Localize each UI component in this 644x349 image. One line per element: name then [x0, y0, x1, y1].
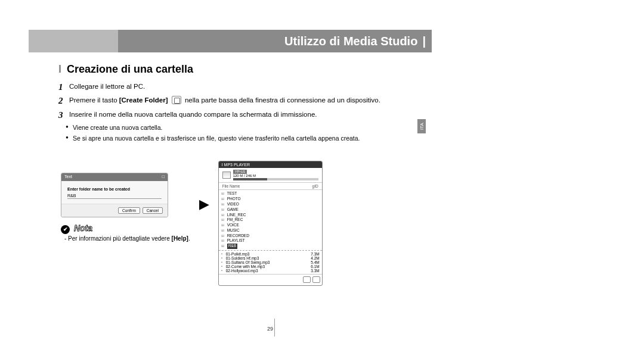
- header-divider: |: [422, 35, 426, 48]
- column-headers: File Name gID: [219, 182, 322, 190]
- device-icon: [222, 172, 231, 179]
- header-left-block: [29, 30, 118, 52]
- step-2-pre: Premere il tasto: [69, 96, 119, 104]
- tree-node[interactable]: GAME: [221, 207, 320, 213]
- note-check-icon: ✔: [61, 225, 70, 234]
- create-folder-dialog: Text □ Enter folder name to be created C…: [61, 173, 168, 217]
- tree-node[interactable]: PLAYLIST: [221, 238, 320, 244]
- header-title: Utilizzo di Media Studio |: [118, 30, 434, 52]
- dialog-title: Text: [64, 174, 72, 180]
- step-2-bold: [Create Folder]: [119, 96, 168, 104]
- folder-name-input[interactable]: [67, 193, 162, 199]
- tree-node[interactable]: RECORDED: [221, 233, 320, 239]
- confirm-button[interactable]: Confirm: [118, 207, 140, 214]
- note-text-bold: [Help]: [172, 235, 188, 242]
- file-row[interactable]: 02-Hollywood.mp33.3M: [221, 269, 320, 273]
- tree-node[interactable]: FM_REC: [221, 217, 320, 223]
- device-area: YP-U1 120 M / 246 M: [219, 168, 322, 182]
- step-3-bullets: Viene create una nuova cartella. Se si a…: [58, 123, 398, 144]
- step-3-num: 3: [58, 108, 63, 122]
- tree-node-selected[interactable]: R&B: [221, 244, 320, 249]
- tree-node[interactable]: LINE_REC: [221, 213, 320, 218]
- file-row[interactable]: 01-Sultans Of Swing.mp35.4M: [221, 260, 320, 264]
- tree-node[interactable]: TEST: [221, 191, 320, 197]
- header-title-text: Utilizzo di Media Studio: [284, 35, 417, 48]
- language-tab: ITA: [417, 119, 426, 133]
- cancel-button[interactable]: Cancel: [143, 207, 163, 214]
- col-filename: File Name: [222, 184, 240, 188]
- step-3: 3 Inserire il nome della nuova cartella …: [58, 110, 398, 120]
- dialog-titlebar: Text □: [61, 173, 168, 181]
- bullet-2: Se si apre una nuova cartella e si trasf…: [73, 134, 398, 144]
- section-heading: I Creazione di una cartella: [58, 63, 398, 76]
- capacity-bar: [233, 178, 318, 180]
- folder-tree: TEST PHOTO VIDEO GAME LINE_REC FM_REC VO…: [219, 190, 322, 250]
- tree-node[interactable]: PHOTO: [221, 197, 320, 202]
- page-number: 29: [267, 326, 273, 332]
- section-bar: I: [58, 63, 61, 75]
- tree-node[interactable]: VIDEO: [221, 202, 320, 207]
- device-capacity: 120 M / 246 M: [233, 174, 256, 177]
- arrow-right-icon: ▶: [199, 197, 209, 212]
- tree-node[interactable]: VOICE: [221, 223, 320, 228]
- note-label: Nota: [74, 223, 92, 233]
- file-list: 01-Polkit.mp37.3M 01-Soldiers Hf.mp34.2M…: [219, 250, 322, 274]
- page-rule: [274, 319, 275, 336]
- step-1-num: 1: [58, 80, 63, 94]
- tree-node[interactable]: MUSIC: [221, 228, 320, 233]
- file-row[interactable]: 02-Come with Me.mp36.1M: [221, 264, 320, 269]
- dialog-label: Enter folder name to be created: [67, 187, 162, 191]
- step-2-post: nella parte bassa della finestra di conn…: [185, 96, 380, 104]
- step-2: 2 Premere il tasto [Create Folder] nella…: [58, 95, 398, 105]
- bullet-1: Viene create una nuova cartella.: [73, 123, 398, 133]
- step-1-text: Collegare il lettore al PC.: [69, 83, 145, 90]
- mp3-player-panel: I MP3 PLAYER YP-U1 120 M / 246 M File Na…: [218, 161, 323, 286]
- note-block: ✔ Nota - Per informazioni più dettagliat…: [61, 223, 190, 242]
- footer-delete-icon[interactable]: [312, 276, 320, 283]
- player-title: I MP3 PLAYER: [219, 161, 322, 168]
- header-bar: Utilizzo di Media Studio |: [29, 30, 434, 52]
- player-footer: [219, 274, 322, 285]
- section-heading-text: Creazione di una cartella: [67, 63, 193, 75]
- step-1: 1 Collegare il lettore al PC.: [58, 82, 398, 92]
- file-row[interactable]: 01-Polkit.mp37.3M: [221, 252, 320, 256]
- step-2-num: 2: [58, 94, 63, 108]
- create-folder-icon: [172, 96, 181, 104]
- device-model: YP-U1: [233, 170, 247, 174]
- dialog-close-icon[interactable]: □: [162, 174, 165, 180]
- note-text: - Per informazioni più dettagliate veder…: [61, 235, 190, 242]
- note-heading: ✔ Nota: [61, 223, 190, 234]
- step-3-text: Inserire il nome della nuova cartella qu…: [69, 111, 317, 118]
- note-text-post: .: [188, 235, 190, 242]
- file-row[interactable]: 01-Soldiers Hf.mp34.2M: [221, 256, 320, 260]
- col-id: gID: [312, 184, 318, 188]
- footer-create-folder-icon[interactable]: [303, 276, 311, 283]
- note-text-pre: - Per informazioni più dettagliate veder…: [64, 235, 172, 242]
